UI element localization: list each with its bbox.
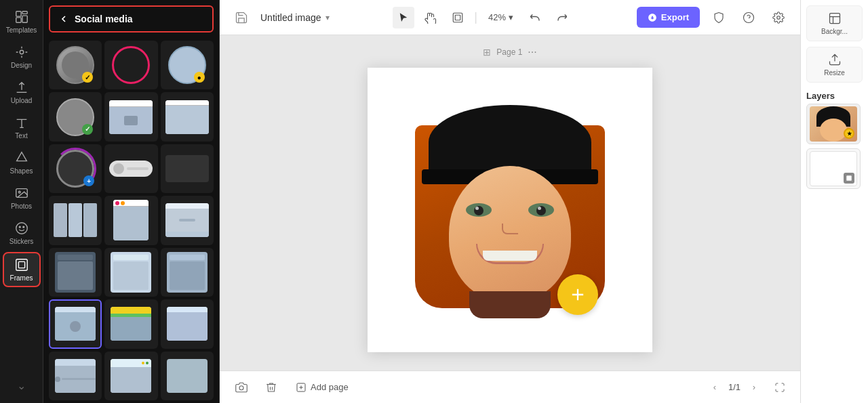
frame-item-circle-bluegrey[interactable]: ● <box>161 41 214 89</box>
frame-item-square-light[interactable] <box>104 248 157 297</box>
svg-rect-19 <box>846 175 852 181</box>
panel-back-button[interactable]: Social media <box>49 5 214 33</box>
undo-button[interactable] <box>524 7 546 28</box>
badge-green: ✓ <box>82 124 93 135</box>
save-icon-button[interactable] <box>231 7 252 28</box>
settings-button[interactable] <box>768 7 789 28</box>
svg-rect-1 <box>22 12 26 14</box>
layer-item-background[interactable] <box>806 148 861 189</box>
sidebar-item-design[interactable]: Design <box>3 41 41 73</box>
resize-tool-label: Resize <box>824 69 845 77</box>
frame-item-empty[interactable] <box>161 144 214 193</box>
sidebar-label-photos: Photos <box>11 203 32 210</box>
canvas-white[interactable] <box>368 68 652 352</box>
frame-item-yellow-green[interactable] <box>104 299 157 348</box>
svg-rect-12 <box>454 13 463 22</box>
frame-item-post-small[interactable] <box>161 196 214 245</box>
sidebar-item-stickers[interactable]: Stickers <box>3 217 41 249</box>
svg-point-15 <box>777 16 781 19</box>
topbar-tools: | 42% ▾ <box>393 7 573 28</box>
svg-point-14 <box>744 12 754 22</box>
frame-item-circle-photo[interactable]: ✓ <box>49 41 102 89</box>
frame-item-post-landscape-2[interactable] <box>161 92 214 141</box>
page-count: 1/1 <box>728 382 741 392</box>
sidebar-item-text[interactable]: Text <box>3 111 41 144</box>
export-button[interactable]: Export <box>637 7 700 28</box>
frame-item-bottom-2[interactable] <box>104 352 157 400</box>
frame-tool-button[interactable] <box>447 7 469 28</box>
add-to-canvas-button[interactable] <box>557 274 598 315</box>
svg-point-7 <box>16 223 27 234</box>
frame-item-square-grey[interactable] <box>49 248 102 297</box>
sidebar-item-shapes[interactable]: Shapes <box>3 146 41 179</box>
prev-page-button[interactable]: ‹ <box>707 379 723 396</box>
sidebar-label-upload: Upload <box>11 97 33 104</box>
redo-button[interactable] <box>551 7 573 28</box>
sidebar-label-shapes: Shapes <box>10 167 33 175</box>
editor-area: Untitled image ▾ <box>220 0 800 403</box>
svg-rect-3 <box>22 16 26 22</box>
sidebar-label-design: Design <box>11 62 32 69</box>
frame-item-post-3col[interactable] <box>49 196 102 245</box>
layer-badge-photo <box>844 173 854 184</box>
canvas-container: ⊞ Page 1 ··· <box>220 35 800 370</box>
bottom-bar: Add page ‹ 1/1 › <box>220 370 800 403</box>
frame-item-square-medium[interactable] <box>161 248 214 297</box>
export-button-label: Export <box>661 12 689 22</box>
sidebar-item-photos[interactable]: Photos <box>3 182 41 214</box>
page-icon: ⊞ <box>483 47 491 58</box>
frame-item-pill[interactable] <box>104 144 157 193</box>
hand-tool-button[interactable] <box>420 7 441 28</box>
sidebar-item-templates[interactable]: Templates <box>3 5 41 38</box>
add-page-label: Add page <box>311 382 349 392</box>
next-page-button[interactable]: › <box>746 379 762 396</box>
fullscreen-button[interactable] <box>770 378 789 397</box>
svg-point-9 <box>22 226 24 228</box>
background-tool-button[interactable]: Backgr... <box>806 5 863 41</box>
svg-rect-11 <box>18 261 24 268</box>
zoom-dropdown-icon: ▾ <box>509 12 513 22</box>
frame-item-circle-progress[interactable]: + <box>49 144 102 193</box>
document-title: Untitled image <box>260 12 321 23</box>
frame-item-selected-1[interactable] <box>49 299 102 348</box>
layers-section: Layers ★ <box>806 91 863 193</box>
svg-point-4 <box>20 50 24 54</box>
frame-item-post-landscape[interactable] <box>104 92 157 141</box>
frame-item-circle-pink[interactable] <box>104 41 157 89</box>
frame-item-bottom-1[interactable] <box>49 352 102 400</box>
sidebar-item-frames[interactable]: Frames <box>3 252 41 287</box>
page-options-button[interactable]: ··· <box>528 46 536 58</box>
resize-tool-button[interactable]: Resize <box>806 47 863 83</box>
title-dropdown-icon: ▾ <box>326 13 330 22</box>
trash-button[interactable] <box>260 377 282 398</box>
layers-title: Layers <box>806 91 863 101</box>
layer-item-photo[interactable]: ★ <box>806 104 861 144</box>
sidebar-scroll-down[interactable]: ⌄ <box>12 374 31 398</box>
editor-topbar: Untitled image ▾ <box>220 0 800 35</box>
sidebar-label-frames: Frames <box>10 274 33 282</box>
sidebar-item-upload[interactable]: Upload <box>3 76 41 108</box>
back-arrow-icon <box>58 14 69 24</box>
svg-point-16 <box>239 385 243 389</box>
svg-rect-2 <box>16 18 20 22</box>
shield-button[interactable] <box>708 7 730 28</box>
document-title-area[interactable]: Untitled image ▾ <box>260 12 330 23</box>
badge-orange: ● <box>194 72 205 83</box>
camera-button[interactable] <box>231 377 252 398</box>
svg-point-6 <box>18 191 20 193</box>
help-button[interactable] <box>738 7 760 28</box>
frame-item-light-blue[interactable] <box>161 299 214 348</box>
zoom-control[interactable]: 42% ▾ <box>483 9 519 25</box>
svg-rect-13 <box>456 15 461 20</box>
frame-item-bottom-3[interactable] <box>161 352 214 400</box>
canvas-image[interactable] <box>415 105 605 315</box>
svg-rect-0 <box>16 12 20 16</box>
background-tool-label: Backgr... <box>821 28 848 35</box>
sidebar-label-templates: Templates <box>6 26 37 34</box>
select-tool-button[interactable] <box>393 7 414 28</box>
frame-item-circle-grey[interactable]: ✓ <box>49 92 102 141</box>
zoom-value: 42% <box>488 12 506 22</box>
add-page-button[interactable]: Add page <box>290 379 354 396</box>
frame-item-post-photo[interactable] <box>104 196 157 245</box>
svg-point-8 <box>19 226 20 228</box>
